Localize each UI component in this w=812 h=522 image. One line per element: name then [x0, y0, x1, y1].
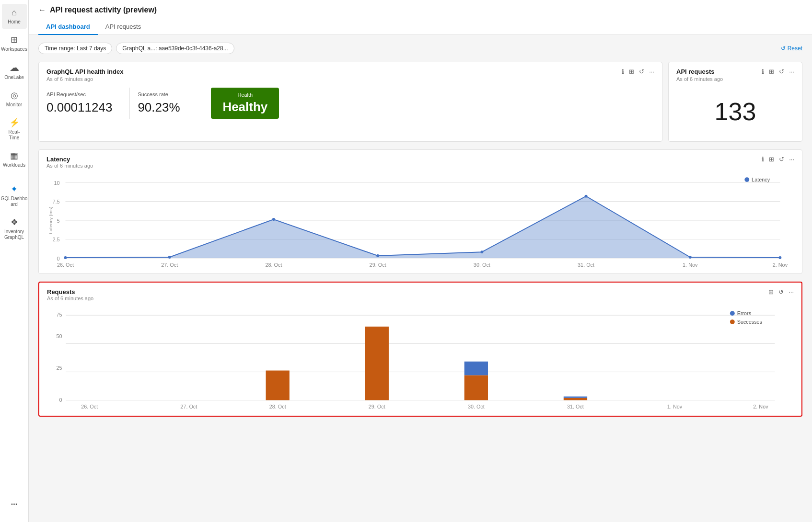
sidebar-item-realtime[interactable]: ⚡ Real-Time	[2, 113, 27, 145]
svg-text:5: 5	[57, 218, 60, 224]
sidebar-more[interactable]: ...	[2, 494, 27, 511]
svg-text:27. Oct: 27. Oct	[180, 404, 197, 409]
svg-point-19	[778, 256, 781, 259]
more-icon[interactable]: ···	[649, 68, 654, 75]
health-card-title-group: GraphQL API health index As of 6 minutes…	[46, 68, 123, 88]
svg-point-28	[744, 177, 749, 182]
bar-31oct-successes	[564, 398, 587, 400]
refresh-icon[interactable]: ↺	[639, 68, 644, 75]
svg-marker-11	[65, 196, 780, 258]
info-icon[interactable]: ℹ	[622, 68, 624, 75]
api-requests-card-actions: ℹ ⊞ ↺ ···	[762, 68, 794, 75]
svg-text:25: 25	[57, 365, 62, 371]
svg-text:50: 50	[57, 333, 62, 339]
more-icon2[interactable]: ···	[789, 68, 794, 75]
svg-text:0: 0	[57, 256, 60, 261]
requests-chart-actions: ⊞ ↺ ···	[768, 288, 794, 295]
metric-divider	[129, 88, 130, 119]
requests-grid-icon[interactable]: ⊞	[768, 288, 774, 295]
health-card-actions: ℹ ⊞ ↺ ···	[622, 68, 654, 75]
svg-text:1. Nov: 1. Nov	[683, 262, 698, 268]
metric-success-rate-value: 90.23%	[138, 100, 186, 115]
health-index-card: GraphQL API health index As of 6 minutes…	[38, 62, 662, 142]
reset-label: Reset	[788, 45, 802, 52]
sidebar-item-label: Inventory GraphQL	[4, 229, 25, 240]
latency-chart-subtitle: As of 6 minutes ago	[46, 163, 93, 169]
home-icon: ⌂	[12, 8, 17, 18]
svg-text:2. Nov: 2. Nov	[773, 262, 788, 268]
latency-chart-title: Latency	[46, 156, 93, 163]
latency-more-icon[interactable]: ···	[789, 156, 794, 163]
back-button[interactable]: ←	[38, 6, 46, 14]
svg-text:31. Oct: 31. Oct	[578, 262, 594, 268]
sidebar-item-monitor[interactable]: ◎ Monitor	[2, 86, 27, 112]
monitor-icon: ◎	[11, 90, 18, 101]
api-requests-card-header: API requests As of 6 minutes ago ℹ ⊞ ↺ ·…	[676, 68, 794, 88]
bar-29oct-successes	[365, 327, 389, 400]
api-filter[interactable]: GraphQL a...: aae539de-0c3f-4436-a28...	[116, 43, 234, 54]
sidebar-divider	[5, 176, 24, 176]
svg-text:30. Oct: 30. Oct	[474, 262, 490, 268]
metric-success-rate: Success rate 90.23%	[138, 88, 195, 119]
svg-text:7.5: 7.5	[53, 199, 60, 204]
requests-chart-card: Requests As of 6 minutes ago ⊞ ↺ ··· 0 2…	[38, 282, 802, 417]
metrics-row: API Request/sec 0.00011243 Success rate …	[46, 88, 654, 119]
header-title-row: ← API request activity (preview)	[38, 6, 802, 14]
time-range-filter[interactable]: Time range: Last 7 days	[38, 43, 112, 54]
back-arrow-icon: ←	[38, 6, 46, 14]
health-card-title: GraphQL API health index	[46, 68, 123, 75]
api-requests-card: API requests As of 6 minutes ago ℹ ⊞ ↺ ·…	[668, 62, 802, 142]
requests-chart-title: Requests	[47, 288, 93, 295]
svg-text:28. Oct: 28. Oct	[269, 404, 286, 409]
api-requests-card-subtitle: As of 6 minutes ago	[676, 76, 723, 82]
tab-api-dashboard[interactable]: API dashboard	[38, 19, 98, 35]
svg-text:31. Oct: 31. Oct	[567, 404, 584, 409]
requests-refresh-icon[interactable]: ↺	[778, 288, 784, 295]
sidebar: ⌂ Home ⊞ Workspaces ☁ OneLake ◎ Monitor …	[0, 0, 29, 522]
svg-text:10: 10	[54, 180, 60, 186]
sidebar-item-onelake[interactable]: ☁ OneLake	[2, 58, 27, 84]
latency-chart-actions: ℹ ⊞ ↺ ···	[762, 156, 794, 163]
sidebar-item-label: Home	[8, 19, 21, 25]
metric-request-sec: API Request/sec 0.00011243	[46, 88, 122, 119]
requests-svg: 0 25 50 75	[47, 305, 794, 410]
grid-icon[interactable]: ⊞	[629, 68, 634, 75]
requests-chart-header: Requests As of 6 minutes ago ⊞ ↺ ···	[47, 288, 794, 305]
sidebar-item-workloads[interactable]: ▦ Workloads	[2, 147, 27, 172]
requests-more-icon[interactable]: ···	[789, 288, 794, 295]
reset-button[interactable]: ↺ Reset	[781, 45, 802, 52]
metric-request-sec-value: 0.00011243	[46, 100, 112, 115]
grid-icon2[interactable]: ⊞	[769, 68, 774, 75]
tab-api-requests[interactable]: API requests	[98, 19, 149, 35]
content-area: Time range: Last 7 days GraphQL a...: aa…	[29, 35, 812, 522]
sidebar-item-workspaces[interactable]: ⊞ Workspaces	[2, 31, 27, 56]
svg-point-12	[64, 256, 67, 259]
refresh-icon2[interactable]: ↺	[779, 68, 784, 75]
workloads-icon: ▦	[10, 150, 18, 161]
bar-28oct-successes	[266, 371, 290, 400]
latency-info-icon[interactable]: ℹ	[762, 156, 764, 163]
sidebar-item-gqldashboard[interactable]: ✦ GQLDashbo ard	[2, 180, 27, 211]
latency-refresh-icon[interactable]: ↺	[779, 156, 784, 163]
api-requests-value: 133	[676, 88, 794, 136]
sidebar-item-home[interactable]: ⌂ Home	[2, 4, 27, 29]
api-requests-card-title: API requests	[676, 68, 723, 75]
sidebar-item-label: OneLake	[4, 75, 24, 80]
health-badge-value: Healthy	[222, 100, 267, 114]
sidebar-more-label: ...	[11, 498, 17, 507]
header: ← API request activity (preview) API das…	[29, 0, 812, 35]
info-icon2[interactable]: ℹ	[762, 68, 764, 75]
page-title: API request activity (preview)	[50, 6, 157, 14]
sidebar-item-label: Workspaces	[1, 46, 27, 52]
main-content: ← API request activity (preview) API das…	[29, 0, 812, 522]
api-requests-title-group: API requests As of 6 minutes ago	[676, 68, 723, 88]
requests-chart-container: 0 25 50 75	[47, 305, 794, 412]
latency-grid-icon[interactable]: ⊞	[769, 156, 774, 163]
bar-30oct-successes	[464, 375, 488, 400]
svg-point-14	[272, 218, 275, 221]
sidebar-item-inventory[interactable]: ❖ Inventory GraphQL	[2, 213, 27, 244]
sidebar-item-label: Workloads	[3, 162, 25, 168]
bar-30oct-errors	[464, 362, 488, 375]
svg-text:26. Oct: 26. Oct	[81, 404, 98, 409]
latency-chart-card: Latency As of 6 minutes ago ℹ ⊞ ↺ ··· 0 …	[38, 149, 802, 274]
